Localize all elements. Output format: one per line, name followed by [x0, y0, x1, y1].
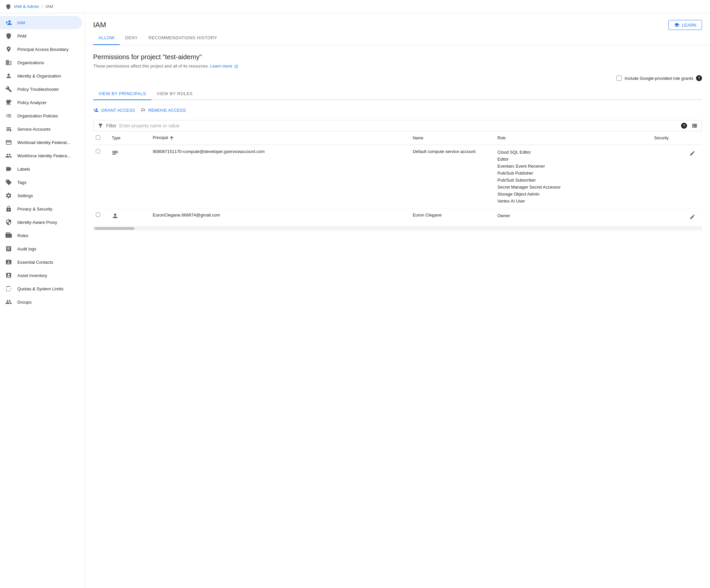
col-header-name: Name: [407, 131, 492, 145]
sidebar-item-tags[interactable]: Tags: [0, 176, 82, 189]
sidebar-item-policy-analyzer[interactable]: Policy Analyzer: [0, 96, 82, 109]
view-tab-principals[interactable]: VIEW BY PRINCIPALS: [93, 88, 151, 100]
sidebar-item-settings[interactable]: Settings: [0, 189, 82, 202]
breadcrumb-iam: IAM: [46, 4, 53, 9]
sidebar-item-workload-identity[interactable]: Workload Identity Federat...: [0, 136, 82, 149]
tag-icon: [5, 179, 12, 186]
filter-icon: [97, 123, 103, 129]
audit-icon: [5, 245, 12, 252]
row-select-checkbox[interactable]: [96, 213, 100, 217]
sidebar-label-iam: IAM: [17, 20, 25, 25]
sidebar-item-roles[interactable]: Roles: [0, 229, 82, 242]
role-item: Pub/Sub Subscriber: [497, 177, 643, 183]
row-checkbox-cell: [93, 209, 106, 226]
grant-access-icon: [93, 107, 98, 113]
sidebar-item-asset-inventory[interactable]: Asset Inventory: [0, 269, 82, 282]
table-row: EuronClegane.666674@gmail.com Euron Cleg…: [93, 209, 702, 226]
sidebar-label-groups: Groups: [17, 300, 31, 304]
main-tabs: ALLOW DENY RECOMMENDATIONS HISTORY: [85, 31, 710, 45]
role-item: Owner: [497, 213, 643, 219]
svg-rect-5: [113, 151, 118, 152]
sidebar-item-workforce-identity[interactable]: Workforce Identity Federa...: [0, 149, 82, 162]
learn-more-link[interactable]: Learn more: [210, 64, 238, 69]
edit-button[interactable]: [688, 213, 697, 222]
column-density-icon[interactable]: [691, 122, 698, 129]
person-add-icon: [5, 19, 12, 26]
sidebar-label-essential-contacts: Essential Contacts: [17, 260, 53, 265]
sidebar-label-orgs: Organizations: [17, 60, 44, 65]
svg-rect-1: [6, 127, 10, 128]
edit-button[interactable]: [688, 149, 697, 158]
name-cell: Euron Clegane: [407, 209, 492, 226]
iam-table: Type Principal Name Role: [93, 131, 702, 230]
select-all-checkbox[interactable]: [96, 136, 100, 140]
col-header-type: Type: [106, 131, 147, 145]
sidebar-item-groups[interactable]: Groups: [0, 295, 82, 309]
type-cell: [106, 145, 147, 209]
sidebar-label-workforce: Workforce Identity Federa...: [17, 153, 71, 158]
security-cell: [649, 209, 702, 226]
row-select-checkbox[interactable]: [96, 149, 100, 153]
sidebar-item-principal-access-boundary[interactable]: Principal Access Boundary: [0, 43, 82, 56]
sidebar-item-organization-policies[interactable]: Organization Policies: [0, 109, 82, 122]
scrollbar-thumb[interactable]: [94, 227, 135, 230]
breadcrumb-sep: /: [42, 4, 43, 9]
sidebar-label-tags: Tags: [17, 180, 26, 185]
sidebar-item-labels[interactable]: Labels: [0, 162, 82, 176]
help-icon[interactable]: ?: [696, 75, 702, 81]
sidebar-item-essential-contacts[interactable]: Essential Contacts: [0, 255, 82, 269]
tab-allow[interactable]: ALLOW: [93, 31, 120, 45]
shield-icon: [5, 4, 11, 10]
filter-help-icon[interactable]: ?: [681, 123, 687, 129]
tab-deny[interactable]: DENY: [120, 31, 143, 45]
sidebar-item-privacy-security[interactable]: Privacy & Security: [0, 202, 82, 216]
sidebar-item-policy-troubleshooter[interactable]: Policy Troubleshooter: [0, 82, 82, 96]
name-cell: Default compute service account: [407, 145, 492, 209]
sidebar-item-identity-organization[interactable]: Identity & Organization: [0, 69, 82, 82]
table-row: 908087151170-compute@developer.gservicea…: [93, 145, 702, 209]
row-checkbox-cell: [93, 145, 106, 209]
permissions-title: Permissions for project "test-aidemy": [93, 53, 702, 61]
view-tab-roles[interactable]: VIEW BY ROLES: [151, 88, 198, 100]
sidebar-item-iap[interactable]: Identity-Aware Proxy: [0, 216, 82, 229]
sidebar-item-service-accounts[interactable]: Service Accounts: [0, 122, 82, 136]
lock-icon: [5, 205, 12, 212]
sidebar-label-roles: Roles: [17, 233, 28, 238]
sidebar-label-settings: Settings: [17, 193, 33, 198]
service-account-icon: [112, 152, 118, 157]
sidebar-item-pam[interactable]: PAM: [0, 29, 82, 43]
sidebar-label-policy-troubleshooter: Policy Troubleshooter: [17, 87, 59, 92]
col-header-principal[interactable]: Principal: [147, 131, 407, 145]
external-link-icon: [234, 65, 238, 69]
filter-input[interactable]: [119, 123, 679, 128]
role-item: Secret Manager Secret Accessor: [497, 184, 643, 190]
action-buttons: GRANT ACCESS REMOVE ACCESS: [93, 105, 702, 115]
sidebar-item-audit-logs[interactable]: Audit logs: [0, 242, 82, 255]
wrench-icon: [5, 86, 12, 93]
page-header: IAM LEARN: [85, 13, 710, 30]
horizontal-scrollbar[interactable]: [93, 226, 702, 230]
type-cell: [106, 209, 147, 226]
learn-button[interactable]: LEARN: [668, 20, 702, 30]
person-icon: [112, 215, 118, 220]
contacts-icon: [5, 259, 12, 265]
sidebar-label-pam: PAM: [17, 33, 26, 39]
roles-icon: [5, 232, 12, 239]
col-header-checkbox: [93, 131, 106, 145]
filter-label: Filter: [106, 123, 116, 128]
person-pin-icon: [5, 46, 12, 52]
breadcrumb-iam-admin[interactable]: IAM & Admin: [14, 4, 39, 9]
remove-access-button[interactable]: REMOVE ACCESS: [140, 105, 186, 115]
svg-point-4: [10, 130, 11, 131]
include-google-checkbox[interactable]: [616, 75, 622, 81]
include-google-label: Include Google-provided role grants: [624, 76, 693, 81]
sidebar-item-quotas[interactable]: Quotas & System Limits: [0, 282, 82, 295]
sidebar-item-organizations[interactable]: Organizations: [0, 56, 82, 69]
sidebar-label-asset-inventory: Asset Inventory: [17, 273, 47, 278]
view-tabs: VIEW BY PRINCIPALS VIEW BY ROLES: [93, 88, 702, 100]
sidebar-label-privacy-security: Privacy & Security: [17, 206, 52, 212]
workload-icon: [5, 139, 12, 146]
tab-recommendations-history[interactable]: RECOMMENDATIONS HISTORY: [143, 31, 222, 45]
sidebar-item-iam[interactable]: IAM: [0, 16, 82, 29]
grant-access-button[interactable]: GRANT ACCESS: [93, 105, 135, 115]
